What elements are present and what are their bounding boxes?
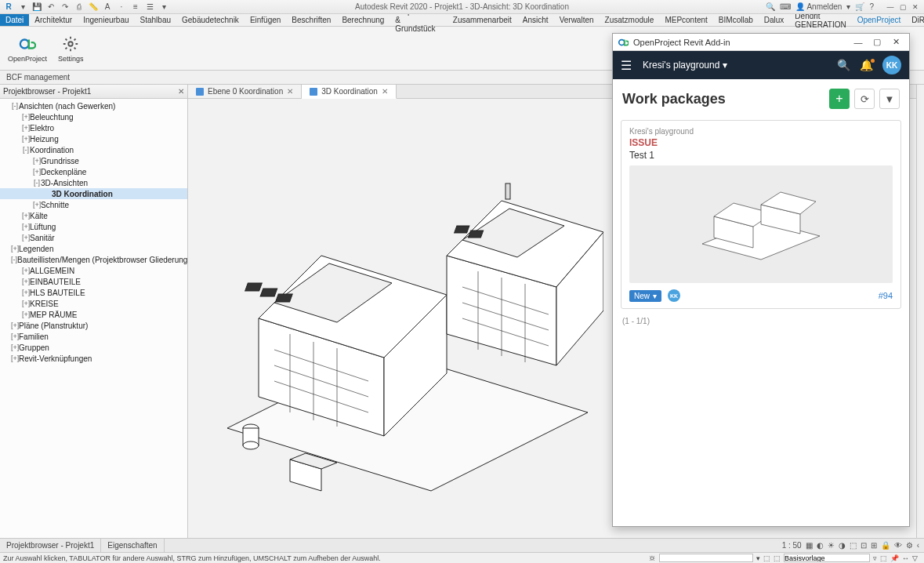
sun-path-icon[interactable]: ☀ xyxy=(828,541,835,550)
undo-icon[interactable]: ↶ xyxy=(45,2,56,13)
expand-icon[interactable]: [-] xyxy=(11,102,19,110)
tree-node[interactable]: [+] Lüftung xyxy=(0,221,187,232)
expand-icon[interactable]: [+] xyxy=(22,234,30,242)
tree-node[interactable]: [+] Legenden xyxy=(0,243,187,254)
tree-node[interactable]: [-] Koordination xyxy=(0,144,187,155)
expand-icon[interactable]: [+] xyxy=(11,321,19,329)
tree-node[interactable]: [+] Revit-Verknüpfungen xyxy=(0,353,187,364)
measure-icon[interactable]: 📏 xyxy=(88,2,99,13)
expand-icon[interactable]: [+] xyxy=(22,267,30,274)
close-hidden-icon[interactable]: ☰ xyxy=(144,2,155,13)
visual-style-icon[interactable]: ◐ xyxy=(817,541,824,550)
ribbon-tab-k-rpermodell-grundst-ck[interactable]: Körpermodell & Grundstück xyxy=(390,14,447,26)
expand-icon[interactable]: [+] xyxy=(11,343,19,351)
tree-node[interactable]: [+] HLS BAUTEILE xyxy=(0,287,187,298)
main-model-input[interactable] xyxy=(659,554,753,562)
design-option-input[interactable] xyxy=(784,554,870,562)
expand-icon[interactable]: [+] xyxy=(22,212,30,220)
tree-node[interactable]: [+] Kälte xyxy=(0,210,187,221)
select-underlay-icon[interactable]: ⬚ xyxy=(774,554,781,562)
ribbon-tab-stahlbau[interactable]: Stahlbau xyxy=(135,14,176,26)
wp-id-link[interactable]: #94 xyxy=(879,291,893,300)
expand-icon[interactable]: [+] xyxy=(22,113,30,121)
refresh-icon[interactable]: ⟳ xyxy=(854,89,875,109)
expand-icon[interactable]: [+] xyxy=(33,157,41,165)
text-icon[interactable]: A xyxy=(102,2,113,13)
expand-icon[interactable]: [-] xyxy=(33,179,41,187)
tree-node[interactable]: [+] Grundrisse xyxy=(0,155,187,166)
ribbon-tab-beschriften[interactable]: Beschriften xyxy=(286,14,336,26)
ribbon-tab-zusatzmodule[interactable]: Zusatzmodule xyxy=(600,14,660,26)
tree-node[interactable]: [+] Elektro xyxy=(0,122,187,133)
ribbon-tab-ingenieurbau[interactable]: Ingenieurbau xyxy=(78,14,134,26)
wp-status-badge[interactable]: New ▾ xyxy=(629,290,661,302)
user-avatar[interactable]: KK xyxy=(882,56,901,74)
ribbon-tab-verwalten[interactable]: Verwalten xyxy=(554,14,600,26)
bottom-tab-projectbrowser[interactable]: Projektbrowser - Projekt1 xyxy=(0,539,101,552)
tree-node[interactable]: [+] Schnitte xyxy=(0,199,187,210)
tree-node[interactable]: [+] Heizung xyxy=(0,133,187,144)
work-package-card[interactable]: Kresi's playground ISSUE Test 1 New ▾ KK… xyxy=(621,120,901,309)
project-selector[interactable]: Kresi's playground ▾ xyxy=(643,60,727,71)
select-icon[interactable]: ⬚ xyxy=(880,554,887,562)
redo-icon[interactable]: ↷ xyxy=(60,2,71,13)
save-icon[interactable]: 💾 xyxy=(31,2,42,13)
help-icon[interactable]: ? xyxy=(869,2,874,11)
tree-node[interactable]: [+] Sanitär xyxy=(0,232,187,243)
expand-icon[interactable]: [+] xyxy=(33,201,41,209)
dragend-icon[interactable]: ↔ xyxy=(902,554,909,562)
tab-close-icon[interactable]: ✕ xyxy=(287,87,293,96)
addin-close-icon[interactable]: ✕ xyxy=(887,36,904,49)
dropdown-icon[interactable]: ▾ xyxy=(158,2,169,13)
expand-icon[interactable]: [+] xyxy=(11,332,19,340)
ribbon-tab-ansicht[interactable]: Ansicht xyxy=(517,14,554,26)
view-tab[interactable]: 3D Koordination✕ xyxy=(302,85,397,99)
ribbon-settings-button[interactable]: Settings xyxy=(58,35,84,63)
addin-maximize-icon[interactable]: ▢ xyxy=(868,36,886,49)
tree-node[interactable]: [-] Ansichten (nach Gewerken) xyxy=(0,100,187,111)
ribbon-tab-openproject[interactable]: OpenProject xyxy=(852,14,907,26)
expand-icon[interactable]: [+] xyxy=(22,223,30,231)
filter-icon[interactable]: ▿ xyxy=(873,554,877,562)
tree-node[interactable]: 3D Koordination xyxy=(0,188,187,199)
reveal-icon[interactable]: ⚙ xyxy=(906,541,913,550)
expand-icon[interactable]: [+] xyxy=(11,245,19,252)
expand-icon[interactable]: [-] xyxy=(11,256,17,263)
ribbon-tab-bimcollab[interactable]: BIMcollab xyxy=(713,14,759,26)
expand-icon[interactable]: [-] xyxy=(22,146,30,154)
ribbon-tab-diroots[interactable]: DiRoots xyxy=(906,14,924,26)
ribbon-tab-dendrit-generation[interactable]: Dendrit GENERATION xyxy=(789,14,851,26)
ribbon-tab-mepcontent[interactable]: MEPcontent xyxy=(659,14,712,26)
maximize-icon[interactable]: ▢ xyxy=(897,2,908,12)
tree-node[interactable]: [-] 3D-Ansichten xyxy=(0,177,187,188)
view-tab[interactable]: Ebene 0 Koordination✕ xyxy=(188,85,302,98)
tree-node[interactable]: [+] Beleuchtung xyxy=(0,111,187,122)
print-icon[interactable]: ⎙ xyxy=(74,2,85,13)
ribbon-tab-berechnung[interactable]: Berechnung xyxy=(336,14,390,26)
addin-minimize-icon[interactable]: — xyxy=(850,36,867,49)
ribbon-tab-einf-gen[interactable]: Einfügen xyxy=(245,14,286,26)
keyboard-icon[interactable]: ⌨ xyxy=(780,2,791,11)
signin-link[interactable]: 👤 Anmelden xyxy=(795,2,842,11)
pin-icon[interactable]: 📌 xyxy=(890,554,899,562)
ribbon-tab-architektur[interactable]: Architektur xyxy=(29,14,78,26)
tree-node[interactable]: [-] Bauteillisten/Mengen (Projektbrowser… xyxy=(0,254,187,265)
cart-icon[interactable]: 🛒 xyxy=(855,2,864,11)
expand-icon[interactable]: [+] xyxy=(33,168,41,176)
worksharing-icon[interactable]: ⛭ xyxy=(649,554,656,562)
shadows-icon[interactable]: ◑ xyxy=(839,541,846,550)
expand-icon[interactable]: [+] xyxy=(11,354,19,362)
crop-region-icon[interactable]: ⊞ xyxy=(871,541,877,550)
filter2-icon[interactable]: ▽ xyxy=(912,554,918,562)
expand-icon[interactable]: [+] xyxy=(22,124,30,132)
thin-lines-icon[interactable]: ≡ xyxy=(130,2,141,13)
chevron-left-icon[interactable]: ‹ xyxy=(917,541,919,550)
expand-icon[interactable]: [+] xyxy=(22,300,30,307)
ribbon-tab-zusammenarbeit[interactable]: Zusammenarbeit xyxy=(448,14,517,26)
search-icon[interactable]: 🔍 xyxy=(766,2,775,11)
favorites-icon[interactable]: ▾ xyxy=(846,2,850,11)
select-links-icon[interactable]: ⬚ xyxy=(763,554,770,562)
rendering-icon[interactable]: ⬚ xyxy=(850,541,857,550)
lock-icon[interactable]: 🔒 xyxy=(881,541,890,550)
hamburger-icon[interactable]: ☰ xyxy=(621,58,632,73)
